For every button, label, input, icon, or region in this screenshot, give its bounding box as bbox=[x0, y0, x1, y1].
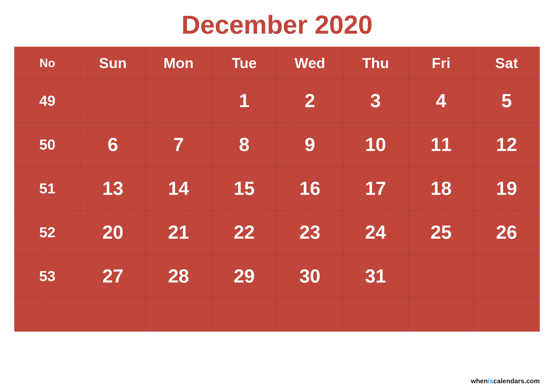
week-number: 50 bbox=[15, 123, 80, 166]
week-number: 51 bbox=[15, 166, 80, 210]
calendar-day bbox=[408, 298, 474, 331]
calendar-day bbox=[474, 298, 540, 331]
calendar-day[interactable]: 13 bbox=[80, 166, 146, 210]
calendar-body: 4912345506789101112511314151617181952202… bbox=[15, 79, 540, 331]
calendar-day[interactable]: 11 bbox=[408, 123, 474, 166]
week-number: 53 bbox=[15, 254, 80, 298]
calendar-day bbox=[408, 254, 474, 298]
watermark-calendars: calendars.com bbox=[493, 377, 540, 385]
table-row bbox=[15, 298, 540, 331]
calendar-day bbox=[80, 298, 146, 331]
table-row: 532728293031 bbox=[15, 254, 540, 298]
calendar-day[interactable]: 30 bbox=[277, 254, 342, 298]
table-row: 5220212223242526 bbox=[15, 210, 540, 254]
calendar-day[interactable]: 7 bbox=[146, 123, 211, 166]
calendar-day[interactable]: 1 bbox=[211, 79, 277, 123]
calendar-day[interactable]: 3 bbox=[343, 79, 408, 123]
col-header-wed: Wed bbox=[277, 47, 342, 79]
calendar-day[interactable]: 14 bbox=[146, 166, 211, 210]
calendar-day[interactable]: 9 bbox=[277, 123, 342, 166]
calendar-day[interactable]: 31 bbox=[343, 254, 408, 298]
calendar-day[interactable]: 10 bbox=[343, 123, 408, 166]
calendar-day[interactable]: 21 bbox=[146, 210, 211, 254]
calendar-table: No Sun Mon Tue Wed Thu Fri Sat 491234550… bbox=[14, 47, 540, 332]
calendar-day[interactable]: 27 bbox=[80, 254, 146, 298]
calendar-day[interactable]: 8 bbox=[211, 123, 277, 166]
calendar-day[interactable]: 29 bbox=[211, 254, 277, 298]
calendar-day[interactable]: 22 bbox=[211, 210, 277, 254]
calendar-day[interactable]: 28 bbox=[146, 254, 211, 298]
calendar-day bbox=[146, 298, 211, 331]
calendar-day bbox=[277, 298, 342, 331]
col-header-no: No bbox=[15, 47, 80, 79]
calendar-day[interactable]: 25 bbox=[408, 210, 474, 254]
calendar-day[interactable]: 4 bbox=[408, 79, 474, 123]
table-row: 4912345 bbox=[15, 79, 540, 123]
col-header-mon: Mon bbox=[146, 47, 211, 79]
calendar-day[interactable]: 18 bbox=[408, 166, 474, 210]
calendar-title: December 2020 bbox=[14, 9, 540, 40]
table-row: 5113141516171819 bbox=[15, 166, 540, 210]
calendar-day[interactable]: 12 bbox=[474, 123, 540, 166]
calendar-day[interactable]: 15 bbox=[211, 166, 277, 210]
week-number bbox=[15, 298, 80, 331]
table-row: 506789101112 bbox=[15, 123, 540, 166]
calendar-header-row: No Sun Mon Tue Wed Thu Fri Sat bbox=[15, 47, 540, 79]
calendar-day[interactable]: 26 bbox=[474, 210, 540, 254]
calendar-day[interactable]: 5 bbox=[474, 79, 540, 123]
calendar-day[interactable]: 20 bbox=[80, 210, 146, 254]
calendar-day[interactable]: 16 bbox=[277, 166, 342, 210]
week-number: 52 bbox=[15, 210, 80, 254]
col-header-tue: Tue bbox=[211, 47, 277, 79]
calendar-day[interactable]: 23 bbox=[277, 210, 342, 254]
watermark-when: when bbox=[471, 377, 488, 385]
calendar-day[interactable]: 2 bbox=[277, 79, 342, 123]
watermark-is: is bbox=[488, 377, 493, 385]
col-header-sat: Sat bbox=[474, 47, 540, 79]
calendar-day bbox=[474, 254, 540, 298]
calendar-day[interactable]: 24 bbox=[343, 210, 408, 254]
calendar-day[interactable]: 19 bbox=[474, 166, 540, 210]
col-header-sun: Sun bbox=[80, 47, 146, 79]
watermark[interactable]: wheniscalendars.com bbox=[471, 377, 540, 385]
calendar-day[interactable]: 17 bbox=[343, 166, 408, 210]
calendar-day bbox=[146, 79, 211, 123]
col-header-fri: Fri bbox=[408, 47, 474, 79]
calendar-day bbox=[80, 79, 146, 123]
calendar-day bbox=[211, 298, 277, 331]
week-number: 49 bbox=[15, 79, 80, 123]
col-header-thu: Thu bbox=[343, 47, 408, 79]
calendar-day bbox=[343, 298, 408, 331]
calendar-day[interactable]: 6 bbox=[80, 123, 146, 166]
